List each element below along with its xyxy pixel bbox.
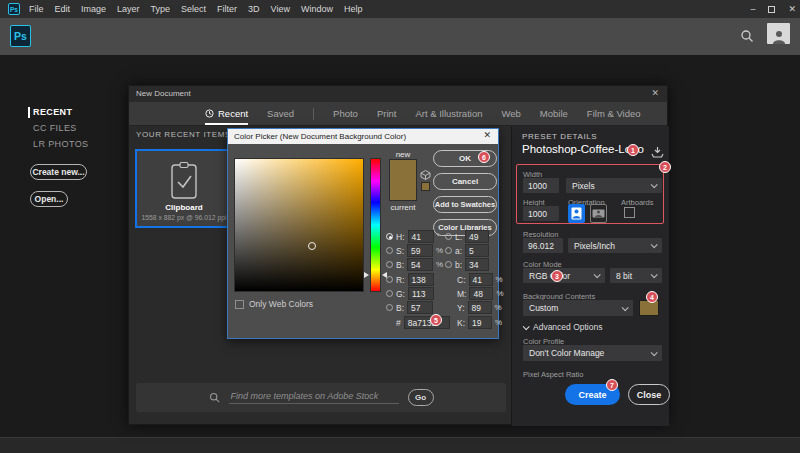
- b2-input[interactable]: 57: [407, 301, 433, 314]
- background-contents-dropdown[interactable]: Custom: [523, 300, 633, 316]
- close-window-button[interactable]: ✕: [788, 4, 796, 14]
- tab-recent[interactable]: Recent: [205, 102, 248, 125]
- web-safe-color-swatch[interactable]: [421, 182, 430, 191]
- color-picker-title: Color Picker (New Document Background Co…: [228, 132, 406, 141]
- color-profile-dropdown[interactable]: Don't Color Manage: [523, 345, 662, 361]
- a-radio[interactable]: [445, 247, 452, 254]
- artboards-checkbox[interactable]: [624, 207, 635, 218]
- resolution-input[interactable]: 96.012: [523, 238, 563, 253]
- sidebar-item-recent[interactable]: RECENT: [33, 107, 72, 117]
- color-picker-close-icon[interactable]: ✕: [483, 130, 491, 140]
- adobe-stock-search-bar: Find more templates on Adobe Stock Go: [136, 383, 506, 412]
- m-label: M:: [457, 289, 466, 299]
- color-mode-dropdown[interactable]: RGB Color: [523, 268, 605, 283]
- document-name-field[interactable]: Photoshop-Coffee-Logo: [522, 143, 642, 155]
- stock-search-input[interactable]: Find more templates on Adobe Stock: [229, 391, 399, 404]
- height-input[interactable]: 1000: [523, 206, 559, 221]
- c-input[interactable]: 41: [469, 273, 493, 286]
- tab-film-video[interactable]: Film & Video: [587, 102, 641, 125]
- menu-layer[interactable]: Layer: [117, 4, 140, 14]
- orientation-landscape-button[interactable]: [590, 204, 607, 223]
- tab-recent-label: Recent: [218, 108, 248, 119]
- sidebar-item-lr-photos[interactable]: LR PHOTOS: [33, 139, 88, 149]
- r-input[interactable]: 138: [408, 273, 434, 286]
- sidebar-item-cc-files[interactable]: CC FILES: [33, 123, 77, 133]
- stock-go-button[interactable]: Go: [408, 389, 434, 406]
- width-input[interactable]: 1000: [523, 178, 559, 193]
- k-input[interactable]: 19: [468, 316, 492, 329]
- user-avatar[interactable]: [767, 23, 790, 44]
- s-input[interactable]: 59: [407, 244, 433, 257]
- app-icon[interactable]: Ps: [8, 3, 20, 15]
- open-button[interactable]: Open...: [30, 191, 68, 207]
- units-dropdown[interactable]: Pixels: [566, 178, 662, 193]
- only-web-colors-row: Only Web Colors: [235, 299, 313, 309]
- bit-depth-dropdown[interactable]: 8 bit: [610, 268, 662, 283]
- close-button[interactable]: Close: [628, 384, 670, 405]
- k-label: K:: [457, 318, 465, 328]
- annotation-6: 6: [478, 151, 490, 163]
- minimize-button[interactable]: –: [750, 4, 755, 14]
- create-new-button[interactable]: Create new...: [30, 164, 87, 180]
- search-icon[interactable]: [736, 25, 758, 47]
- close-dialog-icon[interactable]: ✕: [651, 88, 659, 98]
- tab-print[interactable]: Print: [377, 102, 397, 125]
- b2-radio[interactable]: [386, 304, 393, 311]
- clipboard-icon: [169, 161, 199, 201]
- b3-label: b:: [455, 260, 462, 270]
- hue-slider[interactable]: [370, 158, 381, 292]
- color-field-marker[interactable]: [308, 242, 316, 250]
- menu-edit[interactable]: Edit: [55, 4, 71, 14]
- m-input[interactable]: 48: [469, 287, 493, 300]
- menu-type[interactable]: Type: [151, 4, 171, 14]
- maximize-button[interactable]: [768, 6, 775, 13]
- annotation-5: 5: [430, 314, 442, 326]
- b3-radio[interactable]: [445, 261, 452, 268]
- y-input[interactable]: 89: [468, 301, 492, 314]
- menu-filter[interactable]: Filter: [217, 4, 237, 14]
- add-to-swatches-button[interactable]: Add to Swatches: [433, 196, 497, 213]
- menu-3d[interactable]: 3D: [248, 4, 260, 14]
- saturation-brightness-field[interactable]: [234, 158, 364, 292]
- cancel-button[interactable]: Cancel: [433, 173, 497, 190]
- color-picker-titlebar[interactable]: Color Picker (New Document Background Co…: [228, 129, 498, 144]
- tab-mobile[interactable]: Mobile: [540, 102, 568, 125]
- gamut-warning-icon[interactable]: [420, 169, 431, 180]
- r-radio[interactable]: [386, 276, 393, 283]
- b3-input[interactable]: 34: [465, 258, 489, 271]
- l-radio[interactable]: [445, 233, 452, 240]
- orientation-portrait-button[interactable]: [568, 204, 585, 223]
- menu-help[interactable]: Help: [344, 4, 363, 14]
- recent-item-clipboard[interactable]: Clipboard 1558 x 882 px @ 96.012 ppi: [135, 149, 233, 228]
- h-input[interactable]: 41: [408, 230, 434, 243]
- g-input[interactable]: 113: [408, 287, 434, 300]
- annotation-4: 4: [646, 291, 658, 303]
- advanced-options-toggle[interactable]: Advanced Options: [523, 322, 602, 332]
- h-radio[interactable]: [386, 233, 393, 240]
- annotation-2: 2: [659, 161, 671, 173]
- photoshop-window: Ps File Edit Image Layer Type Select Fil…: [0, 0, 800, 453]
- a-input[interactable]: 5: [465, 244, 489, 257]
- menu-image[interactable]: Image: [81, 4, 106, 14]
- b-input[interactable]: 54: [407, 258, 433, 271]
- tab-photo[interactable]: Photo: [333, 102, 358, 125]
- g-radio[interactable]: [386, 290, 393, 297]
- c-unit: %: [496, 275, 503, 284]
- tab-art-illustration[interactable]: Art & Illustration: [415, 102, 482, 125]
- menu-view[interactable]: View: [271, 4, 290, 14]
- only-web-colors-checkbox[interactable]: [235, 300, 244, 309]
- tab-web[interactable]: Web: [501, 102, 520, 125]
- menu-file[interactable]: File: [29, 4, 44, 14]
- b-radio[interactable]: [386, 261, 393, 268]
- menu-select[interactable]: Select: [181, 4, 206, 14]
- resolution-units-dropdown[interactable]: Pixels/Inch: [568, 238, 662, 253]
- hue-slider-left-arrow[interactable]: [364, 272, 369, 278]
- hex-prefix: #: [396, 318, 401, 328]
- portrait-icon: [571, 207, 582, 220]
- menu-window[interactable]: Window: [301, 4, 333, 14]
- save-preset-icon[interactable]: [651, 146, 664, 158]
- hex-input[interactable]: 8a7139: [404, 316, 450, 329]
- l-input[interactable]: 49: [465, 230, 489, 243]
- s-radio[interactable]: [386, 247, 393, 254]
- tab-saved[interactable]: Saved: [267, 102, 294, 125]
